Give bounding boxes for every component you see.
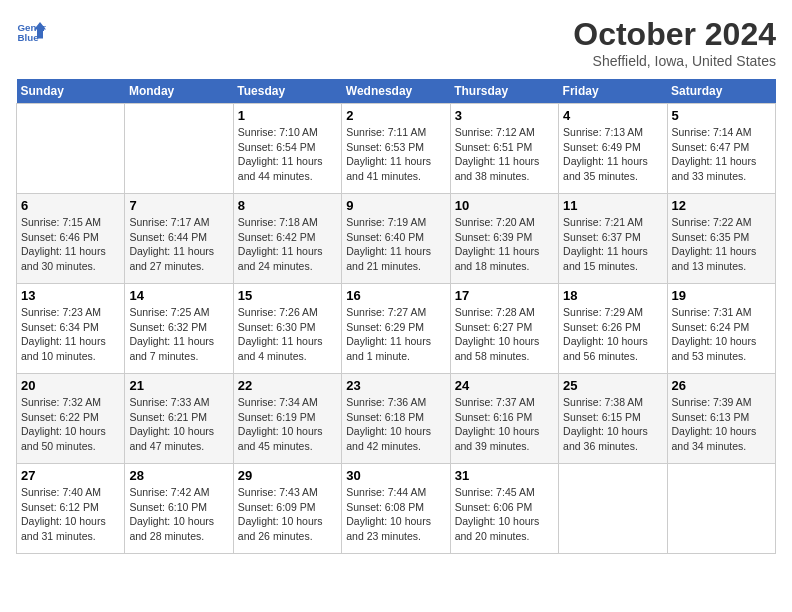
- day-info: Sunrise: 7:17 AM Sunset: 6:44 PM Dayligh…: [129, 215, 228, 274]
- calendar-day-cell: 31Sunrise: 7:45 AM Sunset: 6:06 PM Dayli…: [450, 464, 558, 554]
- calendar-day-cell: 1Sunrise: 7:10 AM Sunset: 6:54 PM Daylig…: [233, 104, 341, 194]
- day-info: Sunrise: 7:20 AM Sunset: 6:39 PM Dayligh…: [455, 215, 554, 274]
- calendar-day-cell: 5Sunrise: 7:14 AM Sunset: 6:47 PM Daylig…: [667, 104, 775, 194]
- day-info: Sunrise: 7:38 AM Sunset: 6:15 PM Dayligh…: [563, 395, 662, 454]
- weekday-header: Wednesday: [342, 79, 450, 104]
- calendar-week-row: 13Sunrise: 7:23 AM Sunset: 6:34 PM Dayli…: [17, 284, 776, 374]
- calendar-day-cell: 6Sunrise: 7:15 AM Sunset: 6:46 PM Daylig…: [17, 194, 125, 284]
- weekday-header: Sunday: [17, 79, 125, 104]
- calendar-day-cell: 26Sunrise: 7:39 AM Sunset: 6:13 PM Dayli…: [667, 374, 775, 464]
- calendar-day-cell: 29Sunrise: 7:43 AM Sunset: 6:09 PM Dayli…: [233, 464, 341, 554]
- day-number: 13: [21, 288, 120, 303]
- day-info: Sunrise: 7:22 AM Sunset: 6:35 PM Dayligh…: [672, 215, 771, 274]
- day-number: 20: [21, 378, 120, 393]
- calendar-day-cell: 24Sunrise: 7:37 AM Sunset: 6:16 PM Dayli…: [450, 374, 558, 464]
- day-info: Sunrise: 7:28 AM Sunset: 6:27 PM Dayligh…: [455, 305, 554, 364]
- calendar-day-cell: 14Sunrise: 7:25 AM Sunset: 6:32 PM Dayli…: [125, 284, 233, 374]
- calendar-week-row: 20Sunrise: 7:32 AM Sunset: 6:22 PM Dayli…: [17, 374, 776, 464]
- calendar-week-row: 27Sunrise: 7:40 AM Sunset: 6:12 PM Dayli…: [17, 464, 776, 554]
- day-number: 18: [563, 288, 662, 303]
- day-info: Sunrise: 7:31 AM Sunset: 6:24 PM Dayligh…: [672, 305, 771, 364]
- weekday-header-row: SundayMondayTuesdayWednesdayThursdayFrid…: [17, 79, 776, 104]
- calendar-day-cell: 10Sunrise: 7:20 AM Sunset: 6:39 PM Dayli…: [450, 194, 558, 284]
- calendar-day-cell: 9Sunrise: 7:19 AM Sunset: 6:40 PM Daylig…: [342, 194, 450, 284]
- calendar-day-cell: 16Sunrise: 7:27 AM Sunset: 6:29 PM Dayli…: [342, 284, 450, 374]
- calendar-day-cell: 22Sunrise: 7:34 AM Sunset: 6:19 PM Dayli…: [233, 374, 341, 464]
- weekday-header: Saturday: [667, 79, 775, 104]
- calendar-day-cell: 30Sunrise: 7:44 AM Sunset: 6:08 PM Dayli…: [342, 464, 450, 554]
- day-info: Sunrise: 7:27 AM Sunset: 6:29 PM Dayligh…: [346, 305, 445, 364]
- day-number: 25: [563, 378, 662, 393]
- day-info: Sunrise: 7:45 AM Sunset: 6:06 PM Dayligh…: [455, 485, 554, 544]
- day-info: Sunrise: 7:34 AM Sunset: 6:19 PM Dayligh…: [238, 395, 337, 454]
- day-info: Sunrise: 7:25 AM Sunset: 6:32 PM Dayligh…: [129, 305, 228, 364]
- day-info: Sunrise: 7:11 AM Sunset: 6:53 PM Dayligh…: [346, 125, 445, 184]
- day-number: 29: [238, 468, 337, 483]
- day-number: 24: [455, 378, 554, 393]
- calendar-week-row: 6Sunrise: 7:15 AM Sunset: 6:46 PM Daylig…: [17, 194, 776, 284]
- day-info: Sunrise: 7:15 AM Sunset: 6:46 PM Dayligh…: [21, 215, 120, 274]
- day-info: Sunrise: 7:10 AM Sunset: 6:54 PM Dayligh…: [238, 125, 337, 184]
- calendar-day-cell: 17Sunrise: 7:28 AM Sunset: 6:27 PM Dayli…: [450, 284, 558, 374]
- calendar-day-cell: [17, 104, 125, 194]
- day-info: Sunrise: 7:13 AM Sunset: 6:49 PM Dayligh…: [563, 125, 662, 184]
- calendar-day-cell: 3Sunrise: 7:12 AM Sunset: 6:51 PM Daylig…: [450, 104, 558, 194]
- calendar-day-cell: 4Sunrise: 7:13 AM Sunset: 6:49 PM Daylig…: [559, 104, 667, 194]
- calendar-day-cell: 18Sunrise: 7:29 AM Sunset: 6:26 PM Dayli…: [559, 284, 667, 374]
- calendar-day-cell: 23Sunrise: 7:36 AM Sunset: 6:18 PM Dayli…: [342, 374, 450, 464]
- day-number: 31: [455, 468, 554, 483]
- day-number: 15: [238, 288, 337, 303]
- day-number: 4: [563, 108, 662, 123]
- day-number: 19: [672, 288, 771, 303]
- logo-icon: General Blue: [16, 16, 46, 46]
- day-number: 9: [346, 198, 445, 213]
- day-info: Sunrise: 7:26 AM Sunset: 6:30 PM Dayligh…: [238, 305, 337, 364]
- weekday-header: Tuesday: [233, 79, 341, 104]
- svg-text:Blue: Blue: [18, 32, 40, 43]
- day-number: 7: [129, 198, 228, 213]
- day-info: Sunrise: 7:19 AM Sunset: 6:40 PM Dayligh…: [346, 215, 445, 274]
- day-number: 28: [129, 468, 228, 483]
- calendar-table: SundayMondayTuesdayWednesdayThursdayFrid…: [16, 79, 776, 554]
- day-info: Sunrise: 7:36 AM Sunset: 6:18 PM Dayligh…: [346, 395, 445, 454]
- calendar-day-cell: [125, 104, 233, 194]
- calendar-day-cell: [559, 464, 667, 554]
- weekday-header: Thursday: [450, 79, 558, 104]
- day-number: 26: [672, 378, 771, 393]
- calendar-day-cell: [667, 464, 775, 554]
- day-info: Sunrise: 7:29 AM Sunset: 6:26 PM Dayligh…: [563, 305, 662, 364]
- day-info: Sunrise: 7:12 AM Sunset: 6:51 PM Dayligh…: [455, 125, 554, 184]
- day-info: Sunrise: 7:32 AM Sunset: 6:22 PM Dayligh…: [21, 395, 120, 454]
- day-number: 2: [346, 108, 445, 123]
- calendar-day-cell: 13Sunrise: 7:23 AM Sunset: 6:34 PM Dayli…: [17, 284, 125, 374]
- day-info: Sunrise: 7:18 AM Sunset: 6:42 PM Dayligh…: [238, 215, 337, 274]
- day-info: Sunrise: 7:33 AM Sunset: 6:21 PM Dayligh…: [129, 395, 228, 454]
- weekday-header: Monday: [125, 79, 233, 104]
- calendar-day-cell: 28Sunrise: 7:42 AM Sunset: 6:10 PM Dayli…: [125, 464, 233, 554]
- day-number: 22: [238, 378, 337, 393]
- day-info: Sunrise: 7:43 AM Sunset: 6:09 PM Dayligh…: [238, 485, 337, 544]
- day-info: Sunrise: 7:39 AM Sunset: 6:13 PM Dayligh…: [672, 395, 771, 454]
- day-info: Sunrise: 7:40 AM Sunset: 6:12 PM Dayligh…: [21, 485, 120, 544]
- calendar-day-cell: 20Sunrise: 7:32 AM Sunset: 6:22 PM Dayli…: [17, 374, 125, 464]
- day-number: 23: [346, 378, 445, 393]
- day-number: 21: [129, 378, 228, 393]
- calendar-day-cell: 2Sunrise: 7:11 AM Sunset: 6:53 PM Daylig…: [342, 104, 450, 194]
- calendar-day-cell: 11Sunrise: 7:21 AM Sunset: 6:37 PM Dayli…: [559, 194, 667, 284]
- page-header: General Blue October 2024 Sheffield, Iow…: [16, 16, 776, 69]
- weekday-header: Friday: [559, 79, 667, 104]
- calendar-day-cell: 15Sunrise: 7:26 AM Sunset: 6:30 PM Dayli…: [233, 284, 341, 374]
- day-number: 1: [238, 108, 337, 123]
- calendar-day-cell: 27Sunrise: 7:40 AM Sunset: 6:12 PM Dayli…: [17, 464, 125, 554]
- day-info: Sunrise: 7:42 AM Sunset: 6:10 PM Dayligh…: [129, 485, 228, 544]
- day-info: Sunrise: 7:23 AM Sunset: 6:34 PM Dayligh…: [21, 305, 120, 364]
- calendar-day-cell: 21Sunrise: 7:33 AM Sunset: 6:21 PM Dayli…: [125, 374, 233, 464]
- day-info: Sunrise: 7:21 AM Sunset: 6:37 PM Dayligh…: [563, 215, 662, 274]
- calendar-day-cell: 8Sunrise: 7:18 AM Sunset: 6:42 PM Daylig…: [233, 194, 341, 284]
- calendar-day-cell: 25Sunrise: 7:38 AM Sunset: 6:15 PM Dayli…: [559, 374, 667, 464]
- logo: General Blue: [16, 16, 46, 46]
- day-number: 10: [455, 198, 554, 213]
- day-info: Sunrise: 7:44 AM Sunset: 6:08 PM Dayligh…: [346, 485, 445, 544]
- location: Sheffield, Iowa, United States: [573, 53, 776, 69]
- day-info: Sunrise: 7:37 AM Sunset: 6:16 PM Dayligh…: [455, 395, 554, 454]
